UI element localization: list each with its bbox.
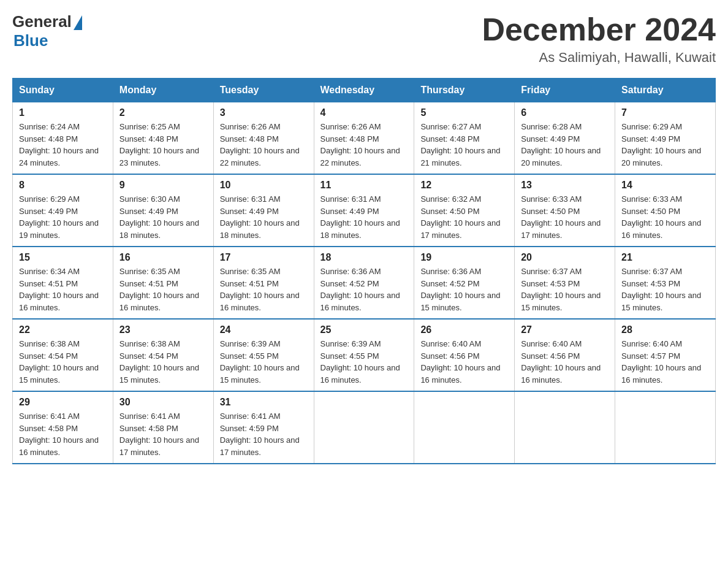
day-info: Sunrise: 6:40 AMSunset: 4:57 PMDaylight:… (621, 338, 709, 386)
day-info: Sunrise: 6:25 AMSunset: 4:48 PMDaylight:… (119, 121, 207, 169)
day-info: Sunrise: 6:41 AMSunset: 4:58 PMDaylight:… (119, 410, 207, 458)
calendar-cell: 25Sunrise: 6:39 AMSunset: 4:55 PMDayligh… (314, 319, 414, 391)
calendar-week-4: 22Sunrise: 6:38 AMSunset: 4:54 PMDayligh… (13, 319, 716, 391)
calendar-cell: 11Sunrise: 6:31 AMSunset: 4:49 PMDayligh… (314, 174, 414, 247)
day-number: 31 (220, 397, 308, 408)
day-number: 14 (621, 180, 709, 191)
month-title: December 2024 (482, 12, 716, 47)
weekday-header-friday: Friday (515, 79, 615, 102)
day-number: 25 (320, 324, 408, 335)
calendar-cell: 7Sunrise: 6:29 AMSunset: 4:49 PMDaylight… (615, 102, 716, 175)
calendar-body: 1Sunrise: 6:24 AMSunset: 4:48 PMDaylight… (13, 102, 716, 464)
calendar-week-5: 29Sunrise: 6:41 AMSunset: 4:58 PMDayligh… (13, 391, 716, 464)
day-number: 8 (19, 180, 107, 191)
day-info: Sunrise: 6:34 AMSunset: 4:51 PMDaylight:… (19, 266, 107, 313)
calendar-cell: 28Sunrise: 6:40 AMSunset: 4:57 PMDayligh… (615, 319, 716, 391)
day-info: Sunrise: 6:35 AMSunset: 4:51 PMDaylight:… (119, 266, 207, 313)
day-info: Sunrise: 6:31 AMSunset: 4:49 PMDaylight:… (220, 193, 308, 241)
day-info: Sunrise: 6:33 AMSunset: 4:50 PMDaylight:… (621, 193, 709, 241)
day-info: Sunrise: 6:30 AMSunset: 4:49 PMDaylight:… (119, 193, 207, 241)
day-number: 27 (521, 324, 609, 335)
logo-triangle-icon (74, 15, 82, 30)
weekday-header-tuesday: Tuesday (213, 79, 314, 102)
day-number: 22 (19, 324, 107, 335)
calendar-cell: 15Sunrise: 6:34 AMSunset: 4:51 PMDayligh… (13, 247, 113, 319)
weekday-header-sunday: Sunday (13, 79, 113, 102)
calendar-week-3: 15Sunrise: 6:34 AMSunset: 4:51 PMDayligh… (13, 247, 716, 319)
weekday-header-monday: Monday (113, 79, 213, 102)
day-number: 24 (220, 324, 308, 335)
day-number: 12 (420, 180, 508, 191)
calendar-week-2: 8Sunrise: 6:29 AMSunset: 4:49 PMDaylight… (13, 174, 716, 247)
day-number: 28 (621, 324, 709, 335)
day-info: Sunrise: 6:26 AMSunset: 4:48 PMDaylight:… (320, 121, 408, 169)
calendar-cell: 1Sunrise: 6:24 AMSunset: 4:48 PMDaylight… (13, 102, 113, 175)
calendar-cell: 13Sunrise: 6:33 AMSunset: 4:50 PMDayligh… (515, 174, 615, 247)
day-info: Sunrise: 6:40 AMSunset: 4:56 PMDaylight:… (420, 338, 508, 386)
day-number: 16 (119, 252, 207, 263)
day-number: 5 (420, 107, 508, 118)
calendar-cell: 6Sunrise: 6:28 AMSunset: 4:49 PMDaylight… (515, 102, 615, 175)
weekday-header-wednesday: Wednesday (314, 79, 414, 102)
weekday-header-saturday: Saturday (615, 79, 716, 102)
calendar-cell: 26Sunrise: 6:40 AMSunset: 4:56 PMDayligh… (414, 319, 515, 391)
calendar-cell: 27Sunrise: 6:40 AMSunset: 4:56 PMDayligh… (515, 319, 615, 391)
title-block: December 2024 As Salimiyah, Hawalli, Kuw… (482, 12, 716, 66)
day-number: 17 (220, 252, 308, 263)
calendar-cell: 31Sunrise: 6:41 AMSunset: 4:59 PMDayligh… (213, 391, 314, 464)
day-info: Sunrise: 6:41 AMSunset: 4:59 PMDaylight:… (220, 410, 308, 458)
calendar-cell (314, 391, 414, 464)
day-info: Sunrise: 6:36 AMSunset: 4:52 PMDaylight:… (320, 266, 408, 313)
calendar-cell: 3Sunrise: 6:26 AMSunset: 4:48 PMDaylight… (213, 102, 314, 175)
day-number: 18 (320, 252, 408, 263)
day-info: Sunrise: 6:29 AMSunset: 4:49 PMDaylight:… (19, 193, 107, 241)
day-info: Sunrise: 6:39 AMSunset: 4:55 PMDaylight:… (220, 338, 308, 386)
calendar-cell: 9Sunrise: 6:30 AMSunset: 4:49 PMDaylight… (113, 174, 213, 247)
day-number: 2 (119, 107, 207, 118)
weekday-header-thursday: Thursday (414, 79, 515, 102)
calendar-header: SundayMondayTuesdayWednesdayThursdayFrid… (13, 79, 716, 102)
day-number: 9 (119, 180, 207, 191)
calendar-cell: 4Sunrise: 6:26 AMSunset: 4:48 PMDaylight… (314, 102, 414, 175)
day-info: Sunrise: 6:29 AMSunset: 4:49 PMDaylight:… (621, 121, 709, 169)
day-info: Sunrise: 6:41 AMSunset: 4:58 PMDaylight:… (19, 410, 107, 458)
calendar-cell: 18Sunrise: 6:36 AMSunset: 4:52 PMDayligh… (314, 247, 414, 319)
calendar-cell (515, 391, 615, 464)
day-info: Sunrise: 6:38 AMSunset: 4:54 PMDaylight:… (119, 338, 207, 386)
day-info: Sunrise: 6:28 AMSunset: 4:49 PMDaylight:… (521, 121, 609, 169)
calendar-cell: 8Sunrise: 6:29 AMSunset: 4:49 PMDaylight… (13, 174, 113, 247)
weekday-header-row: SundayMondayTuesdayWednesdayThursdayFrid… (13, 79, 716, 102)
logo-sub: General Blue (12, 12, 82, 50)
day-info: Sunrise: 6:27 AMSunset: 4:48 PMDaylight:… (420, 121, 508, 169)
day-info: Sunrise: 6:33 AMSunset: 4:50 PMDaylight:… (521, 193, 609, 241)
day-number: 10 (220, 180, 308, 191)
day-number: 20 (521, 252, 609, 263)
day-number: 11 (320, 180, 408, 191)
calendar-cell: 20Sunrise: 6:37 AMSunset: 4:53 PMDayligh… (515, 247, 615, 319)
day-info: Sunrise: 6:36 AMSunset: 4:52 PMDaylight:… (420, 266, 508, 313)
logo: General Blue (12, 12, 82, 50)
calendar-cell: 21Sunrise: 6:37 AMSunset: 4:53 PMDayligh… (615, 247, 716, 319)
calendar-cell: 5Sunrise: 6:27 AMSunset: 4:48 PMDaylight… (414, 102, 515, 175)
day-number: 30 (119, 397, 207, 408)
day-number: 19 (420, 252, 508, 263)
day-info: Sunrise: 6:37 AMSunset: 4:53 PMDaylight:… (621, 266, 709, 313)
day-number: 21 (621, 252, 709, 263)
day-info: Sunrise: 6:35 AMSunset: 4:51 PMDaylight:… (220, 266, 308, 313)
day-info: Sunrise: 6:37 AMSunset: 4:53 PMDaylight:… (521, 266, 609, 313)
day-number: 13 (521, 180, 609, 191)
calendar-cell: 14Sunrise: 6:33 AMSunset: 4:50 PMDayligh… (615, 174, 716, 247)
day-info: Sunrise: 6:40 AMSunset: 4:56 PMDaylight:… (521, 338, 609, 386)
logo-row1: General (12, 12, 82, 31)
calendar-cell: 17Sunrise: 6:35 AMSunset: 4:51 PMDayligh… (213, 247, 314, 319)
calendar-cell: 10Sunrise: 6:31 AMSunset: 4:49 PMDayligh… (213, 174, 314, 247)
calendar-cell: 30Sunrise: 6:41 AMSunset: 4:58 PMDayligh… (113, 391, 213, 464)
logo-blue-text: Blue (13, 31, 48, 50)
location-title: As Salimiyah, Hawalli, Kuwait (482, 50, 716, 66)
day-info: Sunrise: 6:24 AMSunset: 4:48 PMDaylight:… (19, 121, 107, 169)
logo-general-text: General (12, 12, 72, 31)
day-number: 3 (220, 107, 308, 118)
day-info: Sunrise: 6:31 AMSunset: 4:49 PMDaylight:… (320, 193, 408, 241)
calendar-cell: 16Sunrise: 6:35 AMSunset: 4:51 PMDayligh… (113, 247, 213, 319)
calendar-cell: 29Sunrise: 6:41 AMSunset: 4:58 PMDayligh… (13, 391, 113, 464)
